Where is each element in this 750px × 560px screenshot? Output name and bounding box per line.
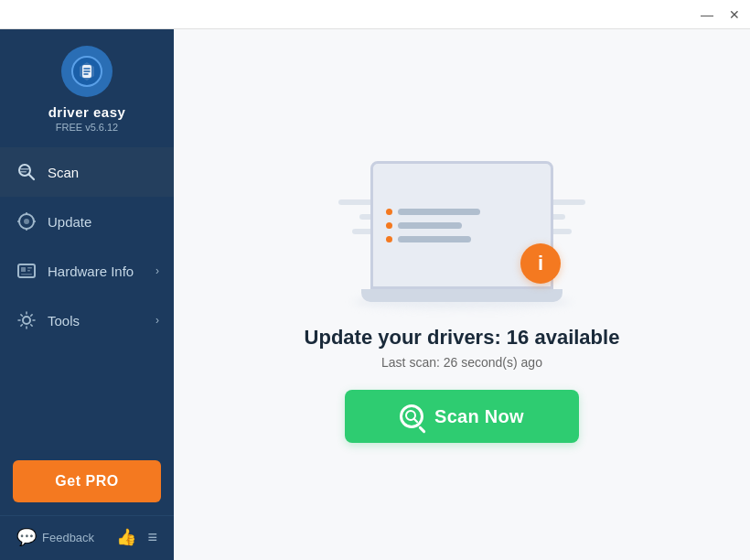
menu-icon[interactable]: ≡: [147, 528, 157, 547]
svg-rect-14: [27, 267, 32, 269]
screen-dot-1: [386, 209, 392, 215]
logo-svg: [70, 55, 103, 88]
sidebar-logo: driver easy FREE v5.6.12: [0, 29, 174, 147]
scan-label: Scan: [48, 165, 79, 180]
svg-rect-5: [20, 171, 27, 173]
screen-lines: [386, 209, 538, 242]
sub-text: Last scan: 26 second(s) ago: [381, 355, 542, 370]
logo-icon: [61, 46, 112, 97]
laptop-base: [361, 289, 562, 302]
info-badge: i: [520, 243, 561, 284]
tools-label: Tools: [48, 313, 80, 328]
svg-rect-15: [27, 270, 30, 272]
thumbs-up-icon[interactable]: 👍: [116, 527, 136, 547]
hardware-info-label: Hardware Info: [48, 264, 134, 279]
feedback-label: Feedback: [42, 531, 94, 544]
close-button[interactable]: ✕: [726, 6, 743, 23]
feedback-icon: 💬: [16, 527, 37, 547]
sidebar: driver easy FREE v5.6.12 Scan: [0, 29, 174, 560]
svg-rect-12: [18, 264, 35, 277]
get-pro-button[interactable]: Get PRO: [13, 460, 161, 502]
minimize-button[interactable]: —: [699, 6, 715, 23]
svg-line-3: [29, 175, 35, 180]
screen-line-1: [386, 209, 480, 215]
main-content: i Update your drivers: 16 available Last…: [174, 29, 750, 560]
sidebar-item-update[interactable]: Update: [0, 197, 174, 246]
sidebar-item-tools[interactable]: Tools ›: [0, 296, 174, 345]
logo-version: FREE v5.6.12: [56, 122, 118, 133]
scan-now-label: Scan Now: [434, 406, 524, 427]
illustration: i: [325, 137, 599, 311]
tools-chevron: ›: [155, 314, 159, 327]
sidebar-nav: Scan Update: [0, 147, 174, 451]
svg-rect-13: [21, 267, 26, 272]
screen-dot-3: [386, 236, 392, 242]
headline: Update your drivers: 16 available: [305, 326, 620, 350]
scan-now-button[interactable]: Scan Now: [345, 390, 579, 443]
sidebar-item-scan[interactable]: Scan: [0, 147, 174, 197]
svg-line-19: [414, 419, 418, 423]
hardware-info-chevron: ›: [155, 264, 159, 277]
svg-point-7: [24, 219, 29, 224]
update-icon: [15, 210, 38, 233]
scan-now-icon: [400, 404, 423, 428]
sidebar-item-hardware-info[interactable]: Hardware Info ›: [0, 246, 174, 296]
screen-bar-2: [398, 222, 462, 229]
main-area: driver easy FREE v5.6.12 Scan: [0, 29, 750, 560]
footer-icons: 👍 ≡: [116, 527, 157, 547]
app-window: — ✕ driver easy FREE v5.6.12: [0, 0, 750, 560]
logo-name: driver easy: [48, 104, 126, 120]
screen-dot-2: [386, 222, 392, 229]
screen-bar-3: [398, 236, 471, 242]
screen-line-3: [386, 236, 471, 242]
scan-icon: [15, 160, 38, 184]
titlebar: — ✕: [0, 0, 750, 29]
svg-rect-16: [21, 274, 32, 275]
screen-bar-1: [398, 209, 480, 215]
feedback-area[interactable]: 💬 Feedback: [16, 527, 94, 547]
hardware-info-icon: [15, 259, 38, 283]
tools-icon: [15, 308, 38, 332]
sidebar-footer: 💬 Feedback 👍 ≡: [0, 515, 174, 560]
update-label: Update: [48, 214, 91, 230]
svg-point-17: [23, 317, 30, 324]
svg-rect-4: [20, 168, 29, 170]
screen-line-2: [386, 222, 462, 229]
